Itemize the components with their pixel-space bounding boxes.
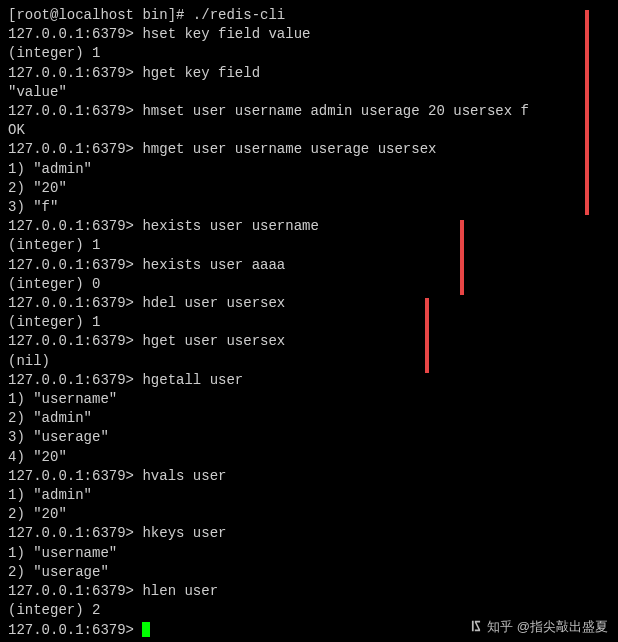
redis-command: hexists user aaaa <box>142 257 285 273</box>
command-line: 127.0.0.1:6379> hvals user <box>8 467 610 486</box>
redis-prompt: 127.0.0.1:6379> <box>8 65 142 81</box>
redis-prompt: 127.0.0.1:6379> <box>8 26 142 42</box>
command-line: 127.0.0.1:6379> hexists user aaaa <box>8 256 610 275</box>
command-line: 127.0.0.1:6379> hmget user username user… <box>8 140 610 159</box>
output-line: 1) "username" <box>8 390 610 409</box>
redis-command: hvals user <box>142 468 226 484</box>
redis-command: hget key field <box>142 65 260 81</box>
redis-prompt: 127.0.0.1:6379> <box>8 295 142 311</box>
redis-command: hdel user usersex <box>142 295 285 311</box>
command-line: 127.0.0.1:6379> hlen user <box>8 582 610 601</box>
output-line: OK <box>8 121 610 140</box>
command-line: 127.0.0.1:6379> hget user usersex <box>8 332 610 351</box>
output-line: (integer) 1 <box>8 44 610 63</box>
output-line: 1) "username" <box>8 544 610 563</box>
cursor-icon <box>142 622 150 637</box>
output-line: 2) "userage" <box>8 563 610 582</box>
output-line: 2) "20" <box>8 179 610 198</box>
redis-prompt: 127.0.0.1:6379> <box>8 372 142 388</box>
command-line: 127.0.0.1:6379> hset key field value <box>8 25 610 44</box>
output-line: 2) "admin" <box>8 409 610 428</box>
output-line: (integer) 1 <box>8 313 610 332</box>
redis-prompt: 127.0.0.1:6379> <box>8 525 142 541</box>
redis-prompt: 127.0.0.1:6379> <box>8 622 142 638</box>
command-line: 127.0.0.1:6379> hget key field <box>8 64 610 83</box>
command-line: 127.0.0.1:6379> hexists user username <box>8 217 610 236</box>
redis-prompt: 127.0.0.1:6379> <box>8 257 142 273</box>
command-line: 127.0.0.1:6379> hmset user username admi… <box>8 102 610 121</box>
redis-prompt: 127.0.0.1:6379> <box>8 103 142 119</box>
output-line: 3) "f" <box>8 198 610 217</box>
output-line: 1) "admin" <box>8 486 610 505</box>
command-line: 127.0.0.1:6379> hkeys user <box>8 524 610 543</box>
command-line: 127.0.0.1:6379> hdel user usersex <box>8 294 610 313</box>
redis-command: hmget user username userage usersex <box>142 141 436 157</box>
redis-command: hkeys user <box>142 525 226 541</box>
watermark: 知乎 @指尖敲出盛夏 <box>469 617 608 636</box>
output-line: (integer) 0 <box>8 275 610 294</box>
output-line: "value" <box>8 83 610 102</box>
shell-prompt: [root@localhost bin]# <box>8 7 193 23</box>
redis-prompt: 127.0.0.1:6379> <box>8 333 142 349</box>
terminal-window[interactable]: [root@localhost bin]# ./redis-cli127.0.0… <box>0 0 618 642</box>
redis-prompt: 127.0.0.1:6379> <box>8 468 142 484</box>
output-line: 1) "admin" <box>8 160 610 179</box>
output-line: 4) "20" <box>8 448 610 467</box>
redis-command: hmset user username admin userage 20 use… <box>142 103 528 119</box>
watermark-text: 知乎 @指尖敲出盛夏 <box>487 617 608 636</box>
redis-prompt: 127.0.0.1:6379> <box>8 583 142 599</box>
annotation-bar <box>425 298 429 373</box>
redis-command: hget user usersex <box>142 333 285 349</box>
redis-command: hexists user username <box>142 218 318 234</box>
command-line: 127.0.0.1:6379> hgetall user <box>8 371 610 390</box>
output-line: (integer) 1 <box>8 236 610 255</box>
annotation-bar <box>585 10 589 215</box>
redis-command: hgetall user <box>142 372 243 388</box>
zhihu-icon <box>469 619 483 633</box>
redis-prompt: 127.0.0.1:6379> <box>8 218 142 234</box>
shell-line: [root@localhost bin]# ./redis-cli <box>8 6 610 25</box>
output-line: 3) "userage" <box>8 428 610 447</box>
redis-prompt: 127.0.0.1:6379> <box>8 141 142 157</box>
annotation-bar <box>460 220 464 295</box>
shell-command: ./redis-cli <box>193 7 285 23</box>
output-line: (nil) <box>8 352 610 371</box>
output-line: 2) "20" <box>8 505 610 524</box>
redis-command: hlen user <box>142 583 218 599</box>
redis-command: hset key field value <box>142 26 310 42</box>
